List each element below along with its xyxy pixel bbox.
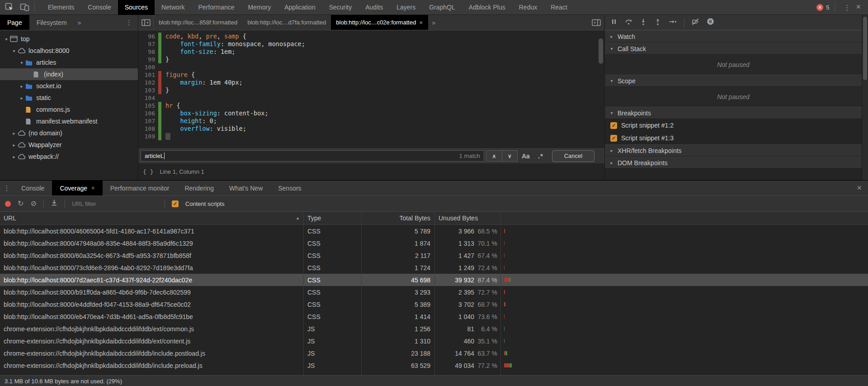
drawer-tab-console[interactable]: Console	[14, 181, 52, 195]
previous-match-button[interactable]: ∧	[486, 151, 502, 161]
editor-tab-858f-formatted[interactable]: blob:http://loc…858f:formatted	[154, 15, 242, 30]
tab-close-icon[interactable]: ×	[419, 19, 423, 26]
breakpoint-entry[interactable]: ✓Script snippet #1:2	[605, 119, 862, 132]
url-filter-input[interactable]	[72, 200, 140, 207]
tab-page[interactable]: Page	[0, 15, 29, 30]
code-line-104[interactable]: 104	[138, 94, 604, 102]
breakpoint-checkbox[interactable]: ✓	[610, 122, 617, 129]
coverage-row[interactable]: blob:http://localhost:8000/47948a08-835e…	[0, 237, 868, 249]
coverage-row[interactable]: blob:http://localhost:8000/e4ddfded-f047…	[0, 298, 868, 310]
collapsed-arrow-icon[interactable]: ▸	[10, 154, 18, 159]
code-line-97[interactable]: 97 font-family: monospace, monospace;	[138, 40, 604, 48]
section-header-scope[interactable]: ▾Scope	[605, 75, 862, 87]
window-scrollbar[interactable]	[862, 15, 868, 180]
coverage-row[interactable]: chrome-extension://cfhdojbkjhnklbpkdaibd…	[0, 372, 868, 375]
scrollbar-thumb[interactable]	[863, 17, 867, 80]
editor-tab-c02e-formatted[interactable]: blob:http://loc…c02e:formatted×	[331, 15, 428, 30]
find-input[interactable]: articleL 1 match	[141, 150, 484, 162]
match-case-button[interactable]: Aa	[518, 152, 534, 160]
top-tab-adblock-plus[interactable]: Adblock Plus	[462, 0, 512, 15]
section-header-xhr-fetch-breakpoints[interactable]: ▸XHR/fetch Breakpoints	[605, 144, 862, 157]
drawer-tab-coverage[interactable]: Coverage×	[52, 181, 102, 195]
sidebar-menu-icon[interactable]: ⋮	[126, 19, 132, 27]
step-out-icon[interactable]	[654, 18, 661, 27]
tree-item-wappalyzer[interactable]: ▸Wappalyzer	[0, 139, 138, 151]
collapsed-arrow-icon[interactable]: ▸	[18, 84, 25, 89]
coverage-row[interactable]: chrome-extension://cfhdojbkjhnklbpkdaibd…	[0, 323, 868, 335]
code-line-100[interactable]: 100	[138, 63, 604, 71]
code-editor[interactable]: 96code, kbd, pre, samp {97 font-family: …	[138, 30, 604, 148]
column-header-url[interactable]: URL ▲	[0, 212, 304, 224]
code-line-99[interactable]: 99}	[138, 56, 604, 63]
code-line-98[interactable]: 98 font-size: 1em;	[138, 48, 604, 56]
tree-item-articles[interactable]: ▾articles	[0, 57, 138, 68]
tab-filesystem[interactable]: Filesystem	[29, 15, 74, 30]
top-tab-application[interactable]: Application	[278, 0, 322, 15]
top-tab-memory[interactable]: Memory	[241, 0, 278, 15]
tree-item-socket-io[interactable]: ▸socket.io	[0, 80, 138, 92]
close-drawer-icon[interactable]: ×	[857, 183, 862, 193]
section-header-breakpoints[interactable]: ▾Breakpoints	[605, 107, 862, 119]
code-line-96[interactable]: 96code, kbd, pre, samp {	[138, 33, 604, 40]
tree-item-webpack[interactable]: ▸webpack://	[0, 151, 138, 162]
collapsed-arrow-icon[interactable]: ▸	[10, 143, 18, 148]
top-tab-sources[interactable]: Sources	[118, 0, 155, 15]
coverage-row[interactable]: blob:http://localhost:8000/46065004-5fd1…	[0, 225, 868, 237]
tree-item-index[interactable]: (index)	[0, 68, 138, 80]
top-tab-elements[interactable]: Elements	[41, 0, 81, 15]
drawer-tab-what-s-new[interactable]: What's New	[222, 181, 270, 195]
tree-item-static[interactable]: ▸static	[0, 92, 138, 104]
hide-navigator-icon[interactable]	[138, 15, 154, 30]
tree-item-localhost-8000[interactable]: ▾localhost:8000	[0, 45, 138, 57]
top-tab-console[interactable]: Console	[81, 0, 118, 15]
close-devtools-icon[interactable]: ×	[855, 2, 863, 13]
reload-icon[interactable]: ↻	[18, 200, 24, 207]
pause-script-icon[interactable]	[610, 18, 618, 27]
coverage-row[interactable]: blob:http://localhost:8000/73cfd6e8-2896…	[0, 262, 868, 274]
coverage-row[interactable]: chrome-extension://cfhdojbkjhnklbpkdaibd…	[0, 359, 868, 372]
column-header-total-bytes[interactable]: Total Bytes	[362, 212, 435, 224]
section-header-watch[interactable]: ▸Watch	[605, 30, 862, 43]
tree-item-top[interactable]: ▾top	[0, 33, 138, 45]
tree-item-manifest-webmanifest[interactable]: manifest.webmanifest	[0, 115, 138, 127]
section-header-call-stack[interactable]: ▾Call Stack	[605, 43, 862, 55]
top-tab-react[interactable]: React	[544, 0, 574, 15]
top-tab-security[interactable]: Security	[322, 0, 359, 15]
content-scripts-checkbox[interactable]: ✓	[172, 200, 179, 207]
expanded-arrow-icon[interactable]: ▾	[10, 48, 18, 53]
coverage-row[interactable]: chrome-extension://cfhdojbkjhnklbpkdaibd…	[0, 347, 868, 359]
collapsed-arrow-icon[interactable]: ▸	[18, 95, 25, 100]
show-debugger-panel-icon[interactable]	[588, 15, 604, 30]
error-count-badge[interactable]: × 5	[816, 4, 829, 11]
tab-close-icon[interactable]: ×	[91, 185, 95, 191]
expanded-arrow-icon[interactable]: ▾	[18, 60, 25, 65]
code-line-108[interactable]: 108 overflow: visible;	[138, 125, 604, 133]
step-icon[interactable]	[669, 18, 677, 27]
pause-on-exceptions-icon[interactable]	[707, 18, 714, 27]
drawer-tab-sensors[interactable]: Sensors	[270, 181, 309, 195]
code-line-102[interactable]: 102 margin: 1em 40px;	[138, 79, 604, 86]
record-coverage-button[interactable]	[5, 201, 11, 207]
pretty-print-icon[interactable]: { }	[143, 168, 153, 175]
tab-overflow-icon[interactable]: »	[428, 15, 440, 30]
clear-icon[interactable]: ⊘	[30, 200, 36, 207]
regex-button[interactable]: .*	[534, 152, 547, 160]
code-line-103[interactable]: 103}	[138, 86, 604, 94]
step-into-icon[interactable]	[640, 18, 647, 27]
collapsed-arrow-icon[interactable]: ▸	[10, 131, 18, 136]
top-tab-layers[interactable]: Layers	[390, 0, 422, 15]
drawer-menu-icon[interactable]: ⋮	[0, 184, 14, 192]
top-tab-redux[interactable]: Redux	[512, 0, 544, 15]
breakpoint-entry[interactable]: ✓Script snippet #1:3	[605, 132, 862, 144]
next-match-button[interactable]: ∨	[502, 151, 517, 161]
top-tab-performance[interactable]: Performance	[191, 0, 241, 15]
more-options-icon[interactable]: ⋮	[839, 3, 855, 12]
device-toolbar-icon[interactable]	[19, 1, 31, 13]
tree-item-no-domain[interactable]: ▸(no domain)	[0, 127, 138, 139]
coverage-row[interactable]: chrome-extension://cfhdojbkjhnklbpkdaibd…	[0, 335, 868, 347]
drawer-tab-performance-monitor[interactable]: Performance monitor	[103, 181, 177, 195]
top-tab-network[interactable]: Network	[155, 0, 191, 15]
cancel-button[interactable]: Cancel	[552, 150, 594, 162]
deactivate-breakpoints-icon[interactable]	[692, 18, 699, 27]
step-over-icon[interactable]	[625, 18, 632, 27]
